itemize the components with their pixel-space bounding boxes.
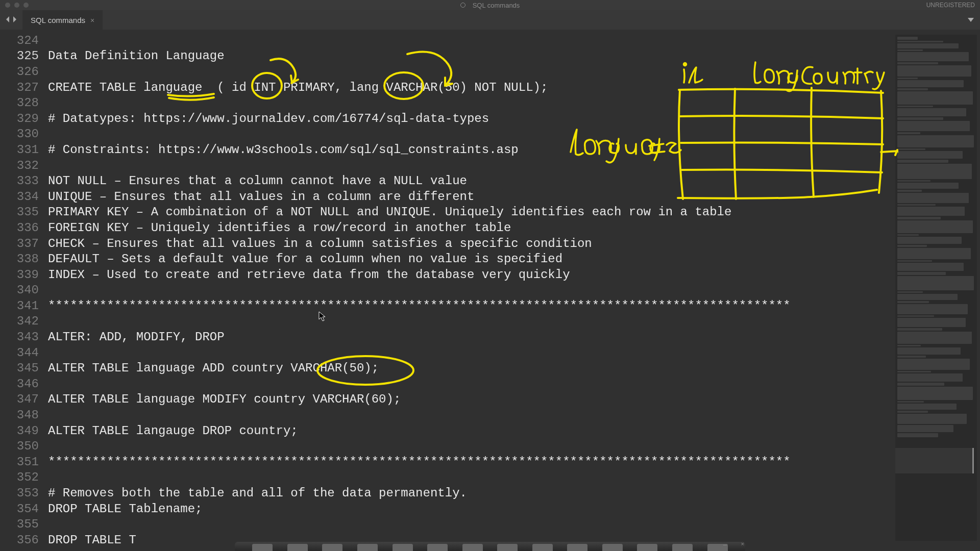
tab-close-button[interactable]: ×	[90, 16, 94, 24]
code-text: ALTER TABLE langauge DROP country;	[48, 424, 298, 438]
line-number: 352	[0, 470, 48, 484]
minimap-block	[897, 291, 923, 293]
minimap-block	[897, 78, 918, 79]
code-line[interactable]: 327CREATE TABLE language ( id INT PRIMAR…	[0, 80, 895, 95]
minimap-block	[897, 356, 926, 358]
minimap-block	[897, 217, 941, 219]
dock-close-icon[interactable]: ×	[741, 541, 744, 547]
dock-app-icon[interactable]	[637, 544, 657, 551]
minimap-block	[897, 88, 928, 90]
line-number: 335	[0, 205, 48, 219]
dock-app-icon[interactable]	[532, 544, 553, 551]
dock-app-icon[interactable]	[602, 544, 623, 551]
code-line[interactable]: 334UNIQUE – Ensures that all values in a…	[0, 189, 895, 205]
minimap-viewport[interactable]	[895, 448, 974, 473]
tab-sql-commands[interactable]: SQL commands ×	[22, 10, 103, 30]
editor: 324325Data Definition Language326327CREA…	[0, 30, 980, 551]
code-line[interactable]: 341*************************************…	[0, 298, 895, 314]
code-line[interactable]: 333NOT NULL – Ensures that a column cann…	[0, 173, 895, 189]
registration-status: UNREGISTERED	[926, 2, 975, 9]
dock-app-icon[interactable]	[393, 544, 413, 551]
code-line[interactable]: 324	[0, 33, 895, 48]
code-line[interactable]: 346	[0, 376, 895, 392]
code-line[interactable]: 340	[0, 283, 895, 298]
minimap-block	[897, 234, 919, 236]
code-line[interactable]: 349ALTER TABLE langauge DROP country;	[0, 423, 895, 439]
code-line[interactable]: 351*************************************…	[0, 454, 895, 470]
dock: – ×	[235, 542, 745, 551]
minimap-block	[897, 37, 918, 40]
code-area[interactable]: 324325Data Definition Language326327CREA…	[0, 30, 895, 551]
dock-app-icon[interactable]	[497, 544, 518, 551]
code-text: Data Definition Language	[48, 49, 225, 63]
code-line[interactable]: 339INDEX – Used to create and retrieve d…	[0, 267, 895, 283]
dock-app-icon[interactable]	[322, 544, 342, 551]
code-line[interactable]: 338DEFAULT – Sets a default value for a …	[0, 251, 895, 267]
line-number: 325	[0, 49, 48, 63]
traffic-lights	[0, 3, 29, 8]
minimize-window-button[interactable]	[14, 3, 19, 8]
minimap-block	[897, 276, 974, 290]
code-line[interactable]: 347ALTER TABLE language MODIFY country V…	[0, 392, 895, 408]
code-line[interactable]: 332	[0, 158, 895, 173]
code-line[interactable]: 329# Datatypes: https://www.journaldev.c…	[0, 111, 895, 127]
line-number: 334	[0, 190, 48, 204]
dock-app-icon[interactable]	[252, 544, 273, 551]
code-line[interactable]: 335PRIMARY KEY – A combination of a NOT …	[0, 205, 895, 220]
dock-app-icon[interactable]	[567, 544, 587, 551]
code-text: ALTER TABLE language ADD country VARCHAR…	[48, 361, 379, 375]
nav-forward-button[interactable]	[12, 15, 17, 24]
code-line[interactable]: 326	[0, 64, 895, 80]
code-line[interactable]: 325Data Definition Language	[0, 48, 895, 64]
minimap-block	[897, 433, 938, 437]
dock-app-icon[interactable]	[357, 544, 378, 551]
minimap-block	[897, 315, 934, 317]
dock-minimize-icon[interactable]: –	[723, 541, 727, 548]
minimap-block	[897, 371, 931, 372]
close-window-button[interactable]	[5, 3, 10, 8]
minimap-block	[897, 49, 923, 51]
code-line[interactable]: 352	[0, 470, 895, 486]
minimap-block	[897, 318, 966, 327]
code-line[interactable]: 350	[0, 438, 895, 454]
minimap-block	[897, 91, 973, 105]
title-center: SQL commands	[0, 2, 980, 9]
code-text: UNIQUE – Ensures that all values in a co…	[48, 190, 474, 204]
minimap-block	[897, 132, 920, 134]
code-line[interactable]: 342	[0, 314, 895, 330]
code-line[interactable]: 355	[0, 516, 895, 532]
unsaved-indicator-icon	[460, 3, 465, 8]
code-line[interactable]: 336FOREIGN KEY – Uniquely identifies a r…	[0, 220, 895, 236]
line-number: 351	[0, 455, 48, 469]
dock-app-icon[interactable]	[427, 544, 448, 551]
code-line[interactable]: 353# Removes both the table and all of t…	[0, 485, 895, 501]
dock-app-icon[interactable]	[287, 544, 308, 551]
line-number: 338	[0, 252, 48, 266]
tab-overflow-button[interactable]	[962, 10, 980, 30]
minimap-block	[897, 347, 961, 355]
dock-app-icon[interactable]	[462, 544, 483, 551]
line-number: 344	[0, 346, 48, 360]
minimap-block	[897, 106, 933, 107]
code-line[interactable]: 343ALTER: ADD, MODIFY, DROP	[0, 329, 895, 345]
code-text: PRIMARY KEY – A combination of a NOT NUL…	[48, 205, 731, 219]
minimap[interactable]	[895, 35, 977, 541]
zoom-window-button[interactable]	[23, 3, 29, 8]
line-number: 354	[0, 502, 48, 516]
line-number: 342	[0, 314, 48, 328]
minimap-block	[897, 304, 968, 314]
line-number: 324	[0, 34, 48, 47]
dock-app-icon[interactable]	[672, 544, 693, 551]
line-number: 333	[0, 174, 48, 188]
code-line[interactable]: 328	[0, 95, 895, 111]
nav-back-button[interactable]	[5, 15, 10, 24]
code-line[interactable]: 345ALTER TABLE language ADD country VARC…	[0, 360, 895, 376]
code-line[interactable]: 348	[0, 407, 895, 423]
code-line[interactable]: 330	[0, 127, 895, 142]
code-line[interactable]: 344	[0, 345, 895, 361]
code-line[interactable]: 354DROP TABLE Tablename;	[0, 501, 895, 517]
code-line[interactable]: 331# Constraints: https://www.w3schools.…	[0, 142, 895, 158]
code-line[interactable]: 337CHECK – Ensures that all values in a …	[0, 236, 895, 252]
minimap-block	[897, 425, 953, 432]
code-text: INDEX – Used to create and retrieve data…	[48, 268, 570, 282]
